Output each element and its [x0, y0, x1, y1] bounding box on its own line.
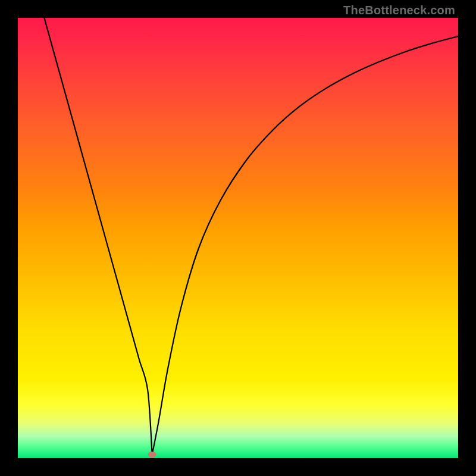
optimal-marker [148, 452, 156, 458]
watermark-text: TheBottleneck.com [343, 4, 455, 17]
bottleneck-curve [44, 18, 458, 455]
curve-svg [18, 18, 458, 458]
chart-container: TheBottleneck.com [0, 0, 476, 476]
plot-area [18, 18, 458, 458]
